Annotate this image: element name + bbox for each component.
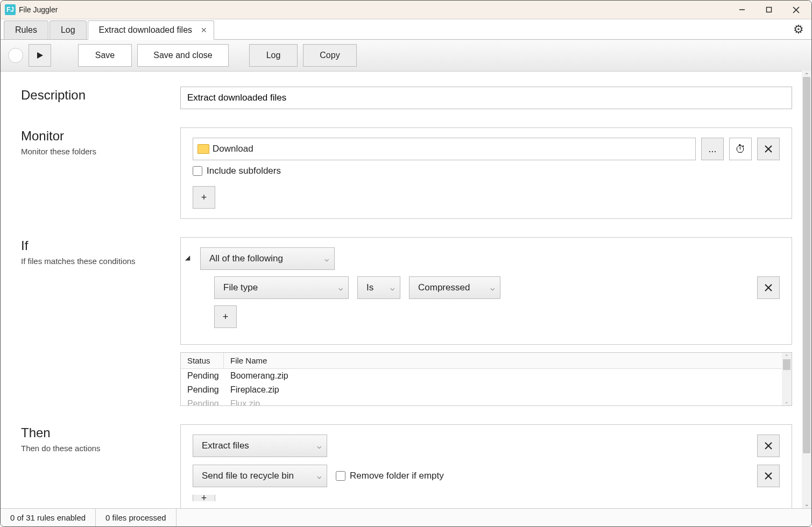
table-scrollbar[interactable]: ⌃ ⌄ <box>782 353 792 405</box>
minimize-icon <box>739 6 745 13</box>
table-row[interactable]: Pending Fireplace.zip <box>181 383 792 397</box>
main-scroll-thumb[interactable] <box>803 77 810 453</box>
close-button[interactable] <box>782 1 809 19</box>
log-button[interactable]: Log <box>249 44 298 67</box>
x-icon <box>765 442 772 450</box>
status-files: 0 files processed <box>96 509 176 526</box>
condition-value-dropdown[interactable]: Compressed <box>409 276 500 299</box>
titlebar: FJ File Juggler <box>1 1 811 19</box>
folder-icon <box>197 144 209 154</box>
tab-close-icon[interactable]: ✕ <box>201 26 207 34</box>
remove-empty-row[interactable]: Remove folder if empty <box>336 471 444 481</box>
add-monitor-button[interactable]: + <box>193 186 215 209</box>
tabs-row: Rules Log Extract downloaded files ✕ ⚙ <box>1 19 811 40</box>
settings-gear-icon[interactable]: ⚙ <box>793 23 804 37</box>
include-subfolders-checkbox[interactable] <box>193 166 202 176</box>
main-scrollbar[interactable]: ⌃ ⌄ <box>802 70 811 508</box>
minimize-button[interactable] <box>729 1 755 19</box>
maximize-button[interactable] <box>755 1 782 19</box>
add-action-button[interactable]: + <box>193 495 215 501</box>
then-heading: Then <box>21 425 180 440</box>
table-scroll-thumb[interactable] <box>783 359 790 370</box>
monitor-subheading: Monitor these folders <box>21 147 180 156</box>
maximize-icon <box>766 6 772 13</box>
include-subfolders-label: Include subfolders <box>207 166 281 176</box>
x-icon <box>765 284 772 291</box>
svg-rect-1 <box>767 8 772 12</box>
condition-group-dropdown[interactable]: All of the following <box>200 247 335 270</box>
run-button[interactable] <box>29 44 51 67</box>
play-icon <box>36 52 44 59</box>
condition-field-dropdown[interactable]: File type <box>214 276 349 299</box>
section-then: Then Then do these actions Extract files… <box>21 424 792 508</box>
if-subheading: If files matches these conditions <box>21 257 180 266</box>
statusbar: 0 of 31 rules enabled 0 files processed <box>1 508 811 526</box>
remove-condition-button[interactable] <box>757 276 780 299</box>
include-subfolders-row[interactable]: Include subfolders <box>193 166 780 176</box>
action1-dropdown[interactable]: Extract files <box>193 435 327 457</box>
add-condition-button[interactable]: + <box>214 305 237 328</box>
remove-action2-button[interactable] <box>757 465 780 487</box>
content-area: Description Monitor Monitor these folder… <box>1 70 805 508</box>
svg-marker-4 <box>37 52 43 59</box>
monitor-folder-value: Download <box>213 144 253 154</box>
section-description: Description <box>21 87 792 109</box>
monitor-heading: Monitor <box>21 129 180 144</box>
tab-log[interactable]: Log <box>50 20 87 40</box>
tab-active-rule[interactable]: Extract downloaded files ✕ <box>88 20 214 40</box>
remove-empty-label: Remove folder if empty <box>350 471 444 481</box>
save-button[interactable]: Save <box>78 44 132 67</box>
description-heading: Description <box>21 88 180 103</box>
enable-rule-toggle[interactable] <box>8 48 23 63</box>
close-icon <box>793 6 800 13</box>
action2-dropdown[interactable]: Send file to recycle bin <box>193 465 327 487</box>
scroll-down-icon: ⌄ <box>782 399 792 404</box>
monitor-remove-button[interactable] <box>757 138 780 160</box>
col-status[interactable]: Status <box>181 353 224 368</box>
x-icon <box>765 472 772 480</box>
scroll-down-icon: ⌄ <box>802 500 811 508</box>
app-icon: FJ <box>5 4 16 15</box>
remove-empty-checkbox[interactable] <box>336 471 345 481</box>
toolbar: Save Save and close Log Copy <box>1 40 811 72</box>
matched-files-table: Status File Name Pending Boomerang.zip P… <box>180 352 792 406</box>
monitor-timer-button[interactable]: ⏱ <box>729 138 752 160</box>
collapse-triangle-icon[interactable]: ◢ <box>185 254 190 261</box>
table-row[interactable]: Pending Boomerang.zip <box>181 369 792 383</box>
section-monitor: Monitor Monitor these folders Download .… <box>21 127 792 219</box>
browse-folder-button[interactable]: ... <box>701 138 724 160</box>
section-if: If If files matches these conditions ◢ A… <box>21 237 792 406</box>
condition-operator-dropdown[interactable]: Is <box>357 276 400 299</box>
description-input[interactable] <box>180 87 792 109</box>
if-heading: If <box>21 238 180 253</box>
then-subheading: Then do these actions <box>21 444 180 453</box>
monitor-folder-input[interactable]: Download <box>193 138 696 160</box>
remove-action1-button[interactable] <box>757 435 780 457</box>
table-row[interactable]: Pending Flux.zip <box>181 397 792 405</box>
status-rules: 0 of 31 rules enabled <box>1 509 96 526</box>
tab-rules[interactable]: Rules <box>4 20 48 40</box>
scroll-up-icon: ⌃ <box>782 354 792 359</box>
stopwatch-icon: ⏱ <box>735 143 746 155</box>
tab-active-label: Extract downloaded files <box>99 25 192 34</box>
app-title: File Juggler <box>19 5 58 14</box>
copy-button[interactable]: Copy <box>303 44 357 67</box>
col-filename[interactable]: File Name <box>224 353 792 368</box>
save-close-button[interactable]: Save and close <box>137 44 229 67</box>
x-icon <box>765 145 772 153</box>
